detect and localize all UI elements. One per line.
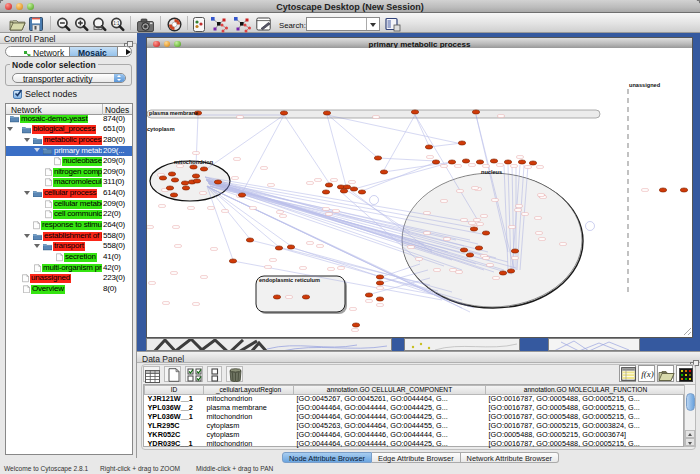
svg-text:plasma membrane: plasma membrane <box>149 110 198 116</box>
svg-text:unassigned: unassigned <box>629 82 661 88</box>
svg-text:cytoplasm: cytoplasm <box>147 126 175 132</box>
svg-text:endoplasmic reticulum: endoplasmic reticulum <box>259 277 320 283</box>
svg-text:mitochondrion: mitochondrion <box>174 159 214 165</box>
svg-text:f(x): f(x) <box>641 369 654 379</box>
svg-text:1:1: 1:1 <box>113 21 120 26</box>
svg-text:nucleus: nucleus <box>481 169 502 175</box>
